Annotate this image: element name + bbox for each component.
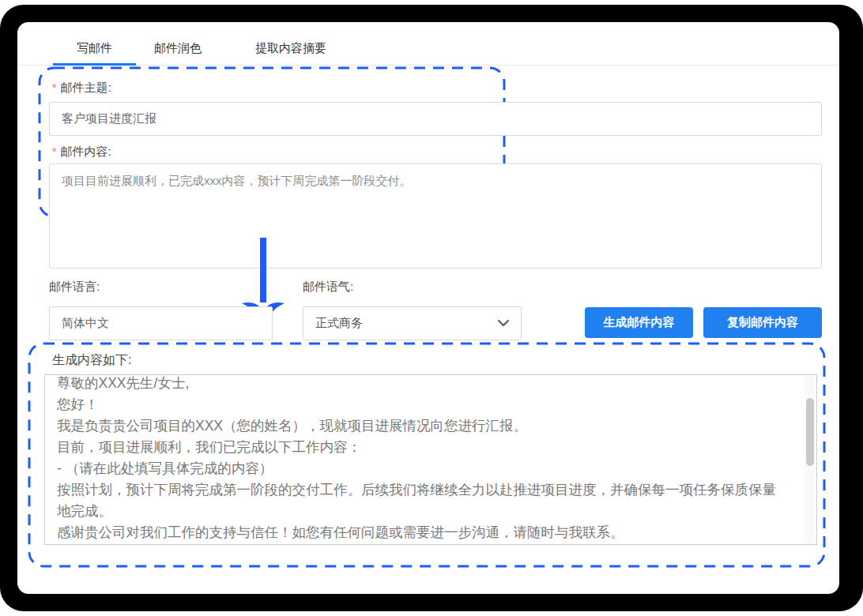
tab-write-email[interactable]: 写邮件 — [53, 32, 136, 65]
subject-input[interactable] — [49, 102, 822, 136]
scrollbar-thumb[interactable] — [806, 398, 814, 466]
tab-email-polish[interactable]: 邮件润色 — [136, 32, 220, 65]
tab-bar: 写邮件 邮件润色 提取内容摘要 — [17, 32, 839, 66]
required-asterisk: * — [52, 81, 56, 94]
tab-label: 邮件润色 — [154, 41, 202, 56]
output-line: 目前，项目进展顺利，我们已完成以下工作内容： — [57, 437, 781, 458]
tab-extract-summary[interactable]: 提取内容摘要 — [220, 32, 362, 65]
output-line: - （请在此处填写具体完成的内容） — [57, 458, 781, 479]
tone-select[interactable]: 正式商务 — [303, 306, 522, 340]
output-label: 生成内容如下: — [52, 352, 131, 369]
copy-email-button[interactable]: 复制邮件内容 — [703, 307, 822, 338]
language-input[interactable] — [49, 306, 273, 340]
generated-content-box[interactable]: 尊敬的XXX先生/女士, 您好！ 我是负责贵公司项目的XXX（您的姓名），现就项… — [44, 374, 817, 545]
tone-selected-value: 正式商务 — [315, 316, 363, 331]
output-line: 您好！ — [57, 394, 781, 415]
content-label: *邮件内容: — [52, 145, 111, 160]
chevron-down-icon — [498, 320, 509, 327]
tone-label: 邮件语气: — [303, 280, 353, 295]
tab-label: 写邮件 — [77, 41, 112, 56]
output-line: 尊敬的XXX先生/女士, — [57, 374, 781, 394]
required-asterisk: * — [52, 145, 56, 158]
screenshot-canvas: 写邮件 邮件润色 提取内容摘要 *邮件主题: *邮件内容: 项目目前进展顺利，已… — [0, 0, 863, 616]
tab-label: 提取内容摘要 — [255, 41, 326, 56]
output-line: 我是负责贵公司项目的XXX（您的姓名），现就项目进展情况向您进行汇报。 — [57, 415, 781, 437]
output-line: 按照计划，预计下周将完成第一阶段的交付工作。后续我们将继续全力以赴推进项目进度，… — [57, 479, 781, 522]
content-textarea[interactable]: 项目目前进展顺利，已完成xxx内容，预计下周完成第一阶段交付。 — [49, 163, 822, 269]
subject-label: *邮件主题: — [52, 81, 111, 96]
scrollbar-track[interactable] — [805, 376, 816, 543]
language-label: 邮件语言: — [49, 280, 100, 295]
generated-content-text: 尊敬的XXX先生/女士, 您好！ 我是负责贵公司项目的XXX（您的姓名），现就项… — [45, 374, 816, 543]
output-line: 感谢贵公司对我们工作的支持与信任！如您有任何问题或需要进一步沟通，请随时与我联系… — [57, 522, 781, 543]
generate-email-button[interactable]: 生成邮件内容 — [585, 307, 693, 338]
